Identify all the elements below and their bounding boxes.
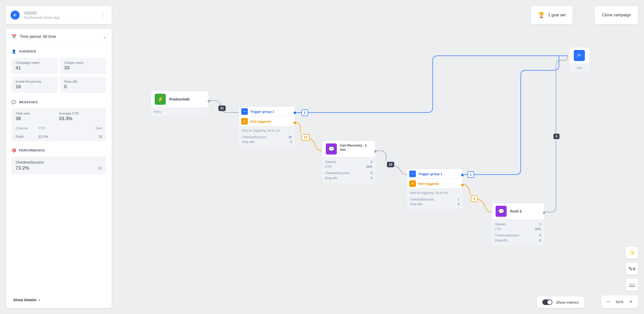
zoom-controls: − 91% + (601, 295, 638, 308)
badge-count: 8 (553, 134, 559, 139)
node-trigger-group-2[interactable]: 〰 Trigger group 1 ✕ Not triggered Wait f… (407, 169, 462, 209)
node-entry[interactable]: ⚡ ProductAdd Entry (151, 91, 209, 116)
badge-count: 10 (387, 162, 394, 167)
port-not-triggered (294, 122, 296, 124)
badge-count: 2 (301, 110, 308, 116)
edit-list-button[interactable]: ✎≡ (626, 263, 638, 275)
magic-wand-icon: ✨ (629, 250, 635, 256)
port-out (208, 100, 210, 102)
port-out (543, 212, 545, 214)
port-triggered (294, 112, 296, 114)
toggle-switch[interactable] (542, 299, 552, 305)
pencil-list-icon: ✎≡ (628, 266, 636, 272)
badge-count: 1 (467, 171, 474, 178)
zoom-level: 91% (616, 300, 623, 304)
badge-count: 10 (301, 134, 310, 141)
show-metrics-toggle[interactable]: Show metrics (537, 296, 584, 308)
pulse-icon: 〰 (409, 171, 416, 177)
book-icon: 📖 (629, 282, 635, 288)
node-cart-recovery[interactable]: 💬 Cart Recovery - 1 min Opened:4 CTR:40%… (322, 141, 375, 183)
zoom-out-button[interactable]: − (606, 298, 611, 305)
node-trigger-group-1[interactable]: 〰 Trigger group 1 ✕ Not triggered Wait f… (239, 107, 295, 147)
badge-count: 8 (471, 195, 478, 202)
zoom-in-button[interactable]: + (628, 298, 633, 305)
x-icon: ✕ (241, 118, 248, 125)
port-out (374, 150, 377, 153)
badge-count: 41 (218, 106, 226, 111)
port-not-triggered (461, 184, 464, 186)
docs-button[interactable]: 📖 (626, 279, 638, 291)
node-push-2[interactable]: 💬 Push 2 Opened:2 CTR:25% CheckoutSucces… (492, 203, 544, 245)
node-exit[interactable]: 🏳 Exit (569, 47, 590, 72)
flag-icon: 🏳 (574, 50, 585, 61)
message-icon: 💬 (326, 143, 337, 154)
pulse-icon: 〰 (241, 108, 248, 115)
x-icon: ✕ (409, 180, 416, 187)
magic-wand-button[interactable]: ✨ (626, 247, 638, 259)
bolt-icon: ⚡ (155, 94, 166, 105)
port-triggered (461, 174, 464, 176)
message-icon: 💬 (496, 206, 507, 217)
